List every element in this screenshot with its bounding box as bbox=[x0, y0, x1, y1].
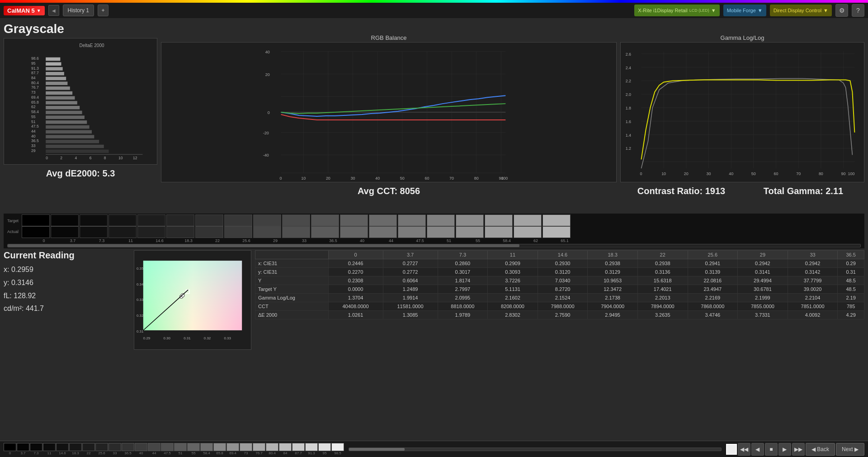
swatch-actual-1[interactable] bbox=[51, 226, 79, 238]
swatch-actual-5[interactable] bbox=[166, 226, 194, 238]
bottom-swatch-23[interactable] bbox=[305, 443, 318, 451]
swatch-actual-16[interactable] bbox=[485, 226, 513, 238]
next-end-btn[interactable]: ▶▶ bbox=[792, 443, 805, 456]
device2-btn[interactable]: Mobile Forge ▼ bbox=[723, 5, 766, 16]
bottom-swatch-2[interactable] bbox=[30, 443, 42, 451]
bottom-swatch-label-3: 11 bbox=[47, 451, 52, 455]
svg-text:33: 33 bbox=[31, 143, 36, 148]
swatch-actual-18[interactable] bbox=[542, 226, 571, 238]
device3-btn[interactable]: Direct Display Control ▼ bbox=[770, 5, 832, 16]
swatch-actual-15[interactable] bbox=[456, 226, 484, 238]
bottom-swatch-10[interactable] bbox=[135, 443, 147, 451]
bottom-swatch-0[interactable] bbox=[4, 443, 16, 451]
settings-btn[interactable]: ⚙ bbox=[835, 4, 848, 17]
stop-btn[interactable]: ■ bbox=[765, 443, 778, 456]
bottom-swatch-13[interactable] bbox=[174, 443, 187, 451]
swatch-col-14 bbox=[427, 214, 455, 238]
bottom-swatch-22[interactable] bbox=[292, 443, 305, 451]
swatch-target-9[interactable] bbox=[282, 214, 310, 226]
swatch-actual-11[interactable] bbox=[340, 226, 368, 238]
bottom-swatch-20[interactable] bbox=[266, 443, 278, 451]
bottom-swatch-7[interactable] bbox=[95, 443, 108, 451]
swatch-target-17[interactable] bbox=[514, 214, 542, 226]
bottom-swatch-12[interactable] bbox=[161, 443, 174, 451]
bottom-swatch-21[interactable] bbox=[279, 443, 292, 451]
bottom-swatch-8[interactable] bbox=[108, 443, 121, 451]
swatch-actual-13[interactable] bbox=[398, 226, 426, 238]
device1-btn[interactable]: X-Rite i1Display Retail LCD (LED) ▼ bbox=[634, 5, 719, 16]
swatch-actual-7[interactable] bbox=[224, 226, 252, 238]
swatch-target-3[interactable] bbox=[108, 214, 137, 226]
bottom-swatch-3[interactable] bbox=[43, 443, 56, 451]
bottom-swatch-6[interactable] bbox=[82, 443, 95, 451]
swatch-target-0[interactable] bbox=[22, 214, 50, 226]
bottom-swatch-16[interactable] bbox=[213, 443, 226, 451]
swatch-actual-10[interactable] bbox=[311, 226, 339, 238]
bottom-swatch-11[interactable] bbox=[148, 443, 160, 451]
swatch-actual-6[interactable] bbox=[195, 226, 223, 238]
bottom-swatch-1[interactable] bbox=[17, 443, 29, 451]
swatch-actual-0[interactable] bbox=[22, 226, 50, 238]
bottom-swatch-label-24: 95 bbox=[323, 451, 327, 455]
bottom-swatch-14[interactable] bbox=[187, 443, 200, 451]
bottom-swatch-5[interactable] bbox=[69, 443, 82, 451]
swatch-target-5[interactable] bbox=[166, 214, 194, 226]
white-selector[interactable] bbox=[726, 444, 737, 455]
swatch-target-14[interactable] bbox=[427, 214, 455, 226]
bottom-swatch-24[interactable] bbox=[318, 443, 331, 451]
swatch-actual-4[interactable] bbox=[137, 226, 165, 238]
swatch-actual-3[interactable] bbox=[108, 226, 137, 238]
bottom-swatch-15[interactable] bbox=[200, 443, 213, 451]
swatch-actual-8[interactable] bbox=[253, 226, 281, 238]
swatch-target-7[interactable] bbox=[224, 214, 252, 226]
next-button[interactable]: Next ▶ bbox=[836, 443, 864, 456]
swatch-actual-2[interactable] bbox=[80, 226, 108, 238]
svg-text:0.33: 0.33 bbox=[224, 336, 231, 340]
app-logo: CalMAN 5 ▼ bbox=[4, 6, 45, 15]
prev-tab-btn[interactable]: ◀ bbox=[48, 5, 59, 16]
cell-6-3: 2.8302 bbox=[488, 311, 538, 319]
swatch-actual-17[interactable] bbox=[514, 226, 542, 238]
swatch-target-11[interactable] bbox=[340, 214, 368, 226]
back-button[interactable]: ◀ Back bbox=[806, 443, 835, 456]
next-frame-btn[interactable]: ▶ bbox=[778, 443, 791, 456]
swatch-actual-14[interactable] bbox=[427, 226, 455, 238]
cie-diagram: 0.29 0.30 0.31 0.32 0.33 0.31 0.32 0.33 … bbox=[134, 250, 251, 350]
swatch-target-15[interactable] bbox=[456, 214, 484, 226]
history-tab[interactable]: History 1 bbox=[63, 5, 94, 16]
swatch-target-4[interactable] bbox=[137, 214, 165, 226]
swatch-actual-12[interactable] bbox=[369, 226, 397, 238]
cell-1-4: 0.3120 bbox=[538, 268, 588, 276]
bottom-swatch-25[interactable] bbox=[331, 443, 344, 451]
help-btn[interactable]: ? bbox=[852, 4, 864, 17]
back-frame-btn[interactable]: ◀ bbox=[751, 443, 764, 456]
bottom-swatch-9[interactable] bbox=[122, 443, 134, 451]
swatch-target-10[interactable] bbox=[311, 214, 339, 226]
row-label-2: Y bbox=[255, 276, 329, 285]
bottom-swatch-4[interactable] bbox=[56, 443, 69, 451]
svg-text:70: 70 bbox=[449, 176, 454, 181]
prev-btn[interactable]: ◀◀ bbox=[738, 443, 750, 456]
swatch-target-6[interactable] bbox=[195, 214, 223, 226]
svg-text:10: 10 bbox=[118, 156, 123, 160]
swatches-container bbox=[22, 214, 571, 238]
swatch-scrollbar[interactable] bbox=[7, 244, 861, 248]
bottom-swatch-18[interactable] bbox=[240, 443, 252, 451]
svg-text:47.5: 47.5 bbox=[31, 124, 39, 129]
swatch-target-12[interactable] bbox=[369, 214, 397, 226]
swatch-col-1 bbox=[51, 214, 79, 238]
bottom-swatch-19[interactable] bbox=[253, 443, 265, 451]
swatch-target-16[interactable] bbox=[485, 214, 513, 226]
swatch-target-2[interactable] bbox=[80, 214, 108, 226]
bottom-swatch-17[interactable] bbox=[226, 443, 239, 451]
table-row-6: ΔE 20001.02611.30851.97892.83022.75902.9… bbox=[255, 311, 864, 319]
swatch-target-13[interactable] bbox=[398, 214, 426, 226]
swatch-target-1[interactable] bbox=[51, 214, 79, 226]
svg-rect-20 bbox=[46, 57, 60, 61]
add-tab-btn[interactable]: + bbox=[98, 5, 108, 16]
charts-section: Grayscale DeltaE 2000 98.6 95 91.3 87.7 … bbox=[4, 22, 864, 212]
bottom-scrollbar[interactable] bbox=[349, 447, 722, 451]
swatch-actual-9[interactable] bbox=[282, 226, 310, 238]
swatch-target-18[interactable] bbox=[542, 214, 571, 226]
swatch-target-8[interactable] bbox=[253, 214, 281, 226]
